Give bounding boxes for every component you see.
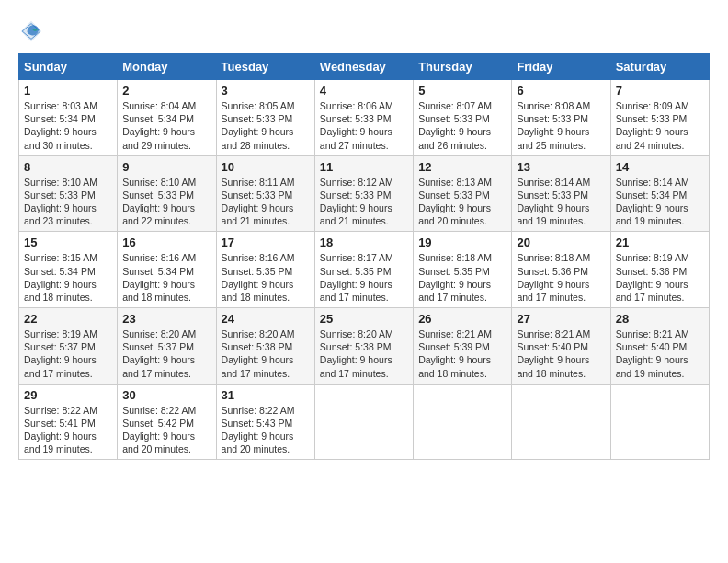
day-number: 3 — [222, 84, 310, 98]
day-number: 20 — [517, 236, 605, 249]
day-cell: 23Sunrise: 8:20 AM Sunset: 5:37 PM Dayli… — [118, 308, 216, 385]
day-cell: 10Sunrise: 8:11 AM Sunset: 5:33 PM Dayli… — [216, 155, 314, 232]
header-row: SundayMondayTuesdayWednesdayThursdayFrid… — [19, 54, 710, 80]
day-info: Sunrise: 8:21 AM Sunset: 5:40 PM Dayligh… — [517, 327, 605, 380]
header-cell-wednesday: Wednesday — [314, 54, 413, 80]
day-number: 13 — [517, 160, 605, 174]
day-number: 1 — [24, 84, 112, 98]
day-cell — [512, 384, 610, 460]
day-cell: 19Sunrise: 8:18 AM Sunset: 5:35 PM Dayli… — [414, 232, 512, 308]
day-info: Sunrise: 8:16 AM Sunset: 5:34 PM Dayligh… — [122, 251, 210, 304]
day-info: Sunrise: 8:21 AM Sunset: 5:40 PM Dayligh… — [616, 327, 704, 380]
day-info: Sunrise: 8:22 AM Sunset: 5:42 PM Dayligh… — [122, 404, 210, 456]
day-cell: 20Sunrise: 8:18 AM Sunset: 5:36 PM Dayli… — [512, 232, 610, 308]
day-cell: 18Sunrise: 8:17 AM Sunset: 5:35 PM Dayli… — [314, 232, 413, 308]
day-number: 17 — [222, 236, 310, 249]
day-info: Sunrise: 8:06 AM Sunset: 5:33 PM Dayligh… — [320, 99, 408, 152]
day-info: Sunrise: 8:20 AM Sunset: 5:38 PM Dayligh… — [320, 327, 408, 380]
day-number: 10 — [222, 160, 310, 174]
day-number: 23 — [122, 312, 210, 326]
day-cell: 11Sunrise: 8:12 AM Sunset: 5:33 PM Dayli… — [314, 155, 413, 232]
calendar-table: SundayMondayTuesdayWednesdayThursdayFrid… — [18, 53, 710, 460]
day-info: Sunrise: 8:14 AM Sunset: 5:33 PM Dayligh… — [517, 176, 605, 228]
day-number: 22 — [24, 312, 112, 326]
day-number: 21 — [616, 236, 704, 249]
day-number: 28 — [616, 312, 704, 326]
header-cell-monday: Monday — [118, 54, 216, 80]
day-number: 25 — [320, 312, 408, 326]
day-info: Sunrise: 8:22 AM Sunset: 5:43 PM Dayligh… — [222, 404, 310, 456]
header-cell-thursday: Thursday — [414, 54, 512, 80]
day-number: 7 — [616, 84, 704, 98]
day-info: Sunrise: 8:08 AM Sunset: 5:33 PM Dayligh… — [517, 99, 605, 152]
day-info: Sunrise: 8:19 AM Sunset: 5:37 PM Dayligh… — [24, 327, 112, 380]
day-cell: 28Sunrise: 8:21 AM Sunset: 5:40 PM Dayli… — [610, 308, 709, 385]
day-info: Sunrise: 8:18 AM Sunset: 5:35 PM Dayligh… — [418, 251, 506, 304]
day-cell: 25Sunrise: 8:20 AM Sunset: 5:38 PM Dayli… — [314, 308, 413, 385]
week-row-5: 29Sunrise: 8:22 AM Sunset: 5:41 PM Dayli… — [19, 384, 710, 460]
day-cell: 5Sunrise: 8:07 AM Sunset: 5:33 PM Daylig… — [414, 80, 512, 156]
day-info: Sunrise: 8:21 AM Sunset: 5:39 PM Dayligh… — [418, 327, 506, 380]
day-cell — [610, 384, 709, 460]
day-number: 9 — [122, 160, 210, 174]
day-info: Sunrise: 8:04 AM Sunset: 5:34 PM Dayligh… — [122, 99, 210, 152]
header — [18, 15, 710, 44]
day-number: 29 — [24, 388, 112, 402]
day-info: Sunrise: 8:14 AM Sunset: 5:34 PM Dayligh… — [616, 176, 704, 228]
day-info: Sunrise: 8:20 AM Sunset: 5:37 PM Dayligh… — [122, 327, 210, 380]
day-info: Sunrise: 8:17 AM Sunset: 5:35 PM Dayligh… — [320, 251, 408, 304]
header-cell-sunday: Sunday — [19, 54, 118, 80]
day-info: Sunrise: 8:11 AM Sunset: 5:33 PM Dayligh… — [222, 176, 310, 228]
day-info: Sunrise: 8:12 AM Sunset: 5:33 PM Dayligh… — [320, 176, 408, 228]
day-cell: 29Sunrise: 8:22 AM Sunset: 5:41 PM Dayli… — [19, 384, 118, 460]
day-cell: 17Sunrise: 8:16 AM Sunset: 5:35 PM Dayli… — [216, 232, 314, 308]
day-number: 12 — [418, 160, 506, 174]
day-info: Sunrise: 8:15 AM Sunset: 5:34 PM Dayligh… — [24, 251, 112, 304]
day-number: 2 — [122, 84, 210, 98]
day-cell: 9Sunrise: 8:10 AM Sunset: 5:33 PM Daylig… — [118, 155, 216, 232]
day-cell: 21Sunrise: 8:19 AM Sunset: 5:36 PM Dayli… — [610, 232, 709, 308]
day-cell: 7Sunrise: 8:09 AM Sunset: 5:33 PM Daylig… — [610, 80, 709, 156]
day-number: 24 — [222, 312, 310, 326]
day-number: 15 — [24, 236, 112, 249]
day-cell: 26Sunrise: 8:21 AM Sunset: 5:39 PM Dayli… — [414, 308, 512, 385]
day-cell: 24Sunrise: 8:20 AM Sunset: 5:38 PM Dayli… — [216, 308, 314, 385]
day-number: 11 — [320, 160, 408, 174]
day-info: Sunrise: 8:18 AM Sunset: 5:36 PM Dayligh… — [517, 251, 605, 304]
day-number: 18 — [320, 236, 408, 249]
day-cell: 12Sunrise: 8:13 AM Sunset: 5:33 PM Dayli… — [414, 155, 512, 232]
day-info: Sunrise: 8:03 AM Sunset: 5:34 PM Dayligh… — [24, 99, 112, 152]
header-cell-saturday: Saturday — [610, 54, 709, 80]
day-info: Sunrise: 8:09 AM Sunset: 5:33 PM Dayligh… — [616, 99, 704, 152]
day-cell: 16Sunrise: 8:16 AM Sunset: 5:34 PM Dayli… — [118, 232, 216, 308]
day-number: 5 — [418, 84, 506, 98]
day-cell: 22Sunrise: 8:19 AM Sunset: 5:37 PM Dayli… — [19, 308, 118, 385]
day-number: 26 — [418, 312, 506, 326]
day-number: 14 — [616, 160, 704, 174]
day-cell: 15Sunrise: 8:15 AM Sunset: 5:34 PM Dayli… — [19, 232, 118, 308]
day-number: 4 — [320, 84, 408, 98]
day-cell: 2Sunrise: 8:04 AM Sunset: 5:34 PM Daylig… — [118, 80, 216, 156]
day-cell: 27Sunrise: 8:21 AM Sunset: 5:40 PM Dayli… — [512, 308, 610, 385]
day-number: 30 — [122, 388, 210, 402]
day-info: Sunrise: 8:20 AM Sunset: 5:38 PM Dayligh… — [222, 327, 310, 380]
page: SundayMondayTuesdayWednesdayThursdayFrid… — [0, 0, 728, 563]
week-row-2: 8Sunrise: 8:10 AM Sunset: 5:33 PM Daylig… — [19, 155, 710, 232]
day-info: Sunrise: 8:13 AM Sunset: 5:33 PM Dayligh… — [418, 176, 506, 228]
header-cell-tuesday: Tuesday — [216, 54, 314, 80]
day-cell: 14Sunrise: 8:14 AM Sunset: 5:34 PM Dayli… — [610, 155, 709, 232]
day-info: Sunrise: 8:19 AM Sunset: 5:36 PM Dayligh… — [616, 251, 704, 304]
day-number: 8 — [24, 160, 112, 174]
day-cell: 6Sunrise: 8:08 AM Sunset: 5:33 PM Daylig… — [512, 80, 610, 156]
week-row-1: 1Sunrise: 8:03 AM Sunset: 5:34 PM Daylig… — [19, 80, 710, 156]
logo-icon — [18, 18, 44, 44]
day-cell: 13Sunrise: 8:14 AM Sunset: 5:33 PM Dayli… — [512, 155, 610, 232]
day-cell: 4Sunrise: 8:06 AM Sunset: 5:33 PM Daylig… — [314, 80, 413, 156]
header-cell-friday: Friday — [512, 54, 610, 80]
day-cell: 1Sunrise: 8:03 AM Sunset: 5:34 PM Daylig… — [19, 80, 118, 156]
day-cell: 30Sunrise: 8:22 AM Sunset: 5:42 PM Dayli… — [118, 384, 216, 460]
week-row-4: 22Sunrise: 8:19 AM Sunset: 5:37 PM Dayli… — [19, 308, 710, 385]
day-info: Sunrise: 8:05 AM Sunset: 5:33 PM Dayligh… — [222, 99, 310, 152]
day-info: Sunrise: 8:16 AM Sunset: 5:35 PM Dayligh… — [222, 251, 310, 304]
week-row-3: 15Sunrise: 8:15 AM Sunset: 5:34 PM Dayli… — [19, 232, 710, 308]
